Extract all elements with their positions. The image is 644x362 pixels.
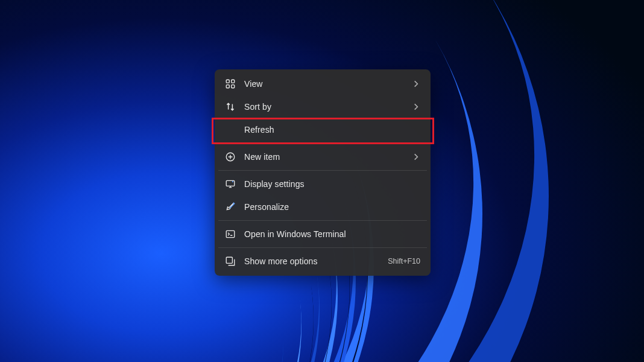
- chevron-right-icon: [412, 153, 420, 161]
- menu-label: Show more options: [244, 256, 388, 266]
- display-icon: [225, 179, 236, 189]
- menu-item-view[interactable]: View: [218, 72, 428, 95]
- desktop-context-menu: View Sort by Refresh New item: [215, 69, 431, 276]
- svg-point-6: [232, 181, 233, 182]
- menu-shortcut: Shift+F10: [388, 257, 420, 265]
- menu-divider: [218, 220, 427, 221]
- svg-rect-8: [226, 257, 232, 263]
- menu-label: Personalize: [244, 202, 420, 212]
- brush-icon: [225, 202, 236, 212]
- blank-icon: [225, 124, 236, 135]
- sort-icon: [225, 101, 236, 112]
- menu-item-more-options[interactable]: Show more options Shift+F10: [218, 250, 428, 273]
- grid-icon: [225, 78, 236, 89]
- menu-divider: [218, 247, 427, 248]
- menu-item-personalize[interactable]: Personalize: [218, 195, 428, 218]
- menu-label: View: [244, 79, 412, 89]
- svg-rect-7: [226, 230, 235, 237]
- chevron-right-icon: [412, 80, 420, 88]
- terminal-icon: [225, 229, 236, 240]
- menu-label: Refresh: [244, 125, 420, 135]
- menu-item-refresh[interactable]: Refresh: [218, 118, 428, 141]
- menu-item-sort-by[interactable]: Sort by: [218, 95, 428, 118]
- plus-circle-icon: [225, 151, 236, 162]
- svg-rect-0: [226, 80, 229, 83]
- chevron-right-icon: [412, 103, 420, 111]
- menu-item-terminal[interactable]: Open in Windows Terminal: [218, 223, 428, 246]
- menu-label: Open in Windows Terminal: [244, 229, 420, 239]
- more-options-icon: [225, 256, 236, 267]
- menu-label: Display settings: [244, 179, 420, 189]
- menu-divider: [218, 143, 427, 144]
- svg-rect-3: [232, 85, 235, 88]
- menu-item-new[interactable]: New item: [218, 145, 428, 168]
- svg-rect-2: [226, 85, 229, 88]
- menu-label: Sort by: [244, 102, 412, 112]
- svg-rect-1: [232, 80, 235, 83]
- menu-item-display-settings[interactable]: Display settings: [218, 173, 428, 195]
- menu-label: New item: [244, 152, 412, 162]
- menu-divider: [218, 170, 427, 171]
